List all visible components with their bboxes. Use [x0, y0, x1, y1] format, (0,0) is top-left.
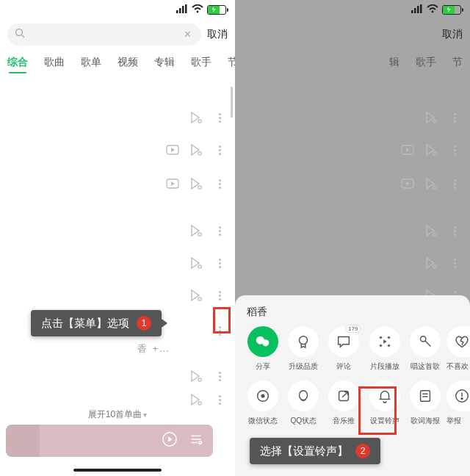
more-icon[interactable]: [448, 177, 461, 190]
list-item[interactable]: [401, 167, 461, 200]
cancel-button[interactable]: 取消: [207, 28, 228, 41]
video-icon[interactable]: [166, 143, 179, 156]
play-icon[interactable]: [189, 256, 203, 270]
svg-point-32: [433, 233, 436, 236]
action-qqstatus[interactable]: QQ状态: [284, 381, 322, 426]
play-icon[interactable]: [189, 393, 203, 406]
more-icon[interactable]: [213, 393, 226, 406]
tabs: 辑 歌手 节: [235, 51, 470, 73]
heart-broken-icon: [446, 326, 470, 357]
tab-videos[interactable]: 视频: [118, 56, 138, 69]
svg-point-12: [198, 233, 201, 236]
mini-player[interactable]: [6, 425, 213, 457]
wechat-icon: [247, 326, 278, 357]
bell-outline-icon: [288, 381, 319, 411]
action-upgrade[interactable]: 升级品质: [284, 326, 322, 372]
play-icon[interactable]: [189, 289, 203, 302]
list-item[interactable]: [401, 134, 461, 166]
video-icon[interactable]: [401, 143, 414, 156]
search-input[interactable]: [25, 29, 181, 40]
more-icon[interactable]: [448, 143, 461, 156]
list-item[interactable]: [166, 134, 226, 166]
video-icon[interactable]: [166, 177, 179, 190]
play-icon[interactable]: [424, 224, 438, 237]
play-icon[interactable]: [424, 143, 438, 156]
list-item[interactable]: [189, 247, 226, 279]
svg-rect-24: [417, 6, 419, 13]
tab-overall[interactable]: 综合: [7, 56, 28, 69]
play-icon[interactable]: [189, 224, 203, 237]
list-item[interactable]: [189, 214, 226, 247]
svg-point-29: [433, 152, 436, 155]
more-icon[interactable]: [448, 256, 461, 270]
play-icon[interactable]: [189, 369, 203, 383]
more-icon[interactable]: [213, 369, 226, 383]
svg-point-48: [461, 398, 463, 400]
action-dislike[interactable]: 不喜欢: [446, 326, 467, 372]
action-share[interactable]: 分享: [244, 326, 282, 372]
tab-songs[interactable]: 歌曲: [44, 56, 65, 69]
tab-albums[interactable]: 辑: [389, 56, 400, 69]
svg-point-27: [433, 120, 436, 123]
badge-up-icon: [288, 326, 319, 357]
clear-icon[interactable]: ×: [424, 28, 436, 41]
signal-icon: [411, 3, 423, 16]
play-icon[interactable]: [424, 111, 438, 124]
svg-rect-25: [420, 4, 422, 13]
action-musicrec[interactable]: 音乐推: [325, 381, 363, 426]
play-icon[interactable]: [189, 177, 203, 190]
svg-line-6: [22, 35, 24, 37]
player-play-icon[interactable]: [162, 431, 178, 450]
song-list: 香 +… 展开10首单曲▾ 没找到满意结果？ 告诉我们: [0, 79, 235, 476]
play-icon[interactable]: [189, 143, 203, 156]
more-icon[interactable]: [213, 111, 226, 124]
play-icon[interactable]: [424, 256, 438, 270]
action-clip[interactable]: 片段播放: [366, 326, 404, 372]
flag-icon: [446, 381, 470, 411]
action-wxstatus[interactable]: 微信状态: [244, 381, 282, 426]
circle-dot-icon: [247, 381, 278, 411]
action-report[interactable]: 举报: [446, 381, 467, 426]
tab-more[interactable]: 节: [452, 56, 463, 69]
more-icon[interactable]: [213, 256, 226, 270]
tab-albums[interactable]: 专辑: [154, 56, 175, 69]
more-icon[interactable]: [213, 289, 226, 302]
more-icon[interactable]: [213, 143, 226, 156]
expand-songs-button[interactable]: 展开10首单曲▾: [0, 408, 235, 421]
svg-point-9: [198, 152, 201, 155]
search-box[interactable]: ×: [7, 24, 201, 46]
list-item[interactable]: [424, 214, 461, 247]
action-sing[interactable]: 唱这首歌: [406, 326, 444, 372]
more-icon[interactable]: [448, 111, 461, 124]
tab-playlists[interactable]: 歌单: [81, 56, 101, 69]
svg-point-38: [420, 336, 425, 342]
signal-icon: [176, 3, 188, 16]
list-item[interactable]: [424, 101, 461, 134]
video-icon[interactable]: [401, 177, 414, 190]
sheet-row-2: 微信状态 QQ状态 音乐推 设置铃声 歌词海报 举报: [235, 381, 470, 439]
tab-artists[interactable]: 歌手: [191, 56, 212, 69]
more-icon[interactable]: [213, 177, 226, 190]
play-icon[interactable]: [189, 111, 203, 124]
svg-point-21: [199, 441, 202, 444]
search-row: × 取消: [0, 22, 235, 47]
svg-point-11: [198, 186, 201, 189]
more-icon[interactable]: [213, 224, 226, 237]
svg-point-26: [432, 11, 434, 13]
battery-icon: [442, 5, 461, 15]
poster-icon: [410, 381, 441, 411]
player-queue-icon[interactable]: [188, 431, 204, 450]
list-item[interactable]: [166, 167, 226, 200]
highlight-box-ringtone: [358, 386, 397, 435]
cancel-button[interactable]: 取消: [442, 28, 463, 41]
list-item[interactable]: [424, 247, 461, 279]
list-item[interactable]: [189, 101, 226, 134]
more-icon[interactable]: [448, 224, 461, 237]
action-comment[interactable]: 179评论: [325, 326, 363, 372]
play-icon[interactable]: [424, 177, 438, 190]
clear-icon[interactable]: ×: [181, 28, 194, 41]
tab-more[interactable]: 节: [228, 56, 235, 69]
svg-point-33: [433, 265, 436, 268]
tab-artists[interactable]: 歌手: [416, 56, 436, 69]
action-lyric[interactable]: 歌词海报: [406, 381, 444, 426]
